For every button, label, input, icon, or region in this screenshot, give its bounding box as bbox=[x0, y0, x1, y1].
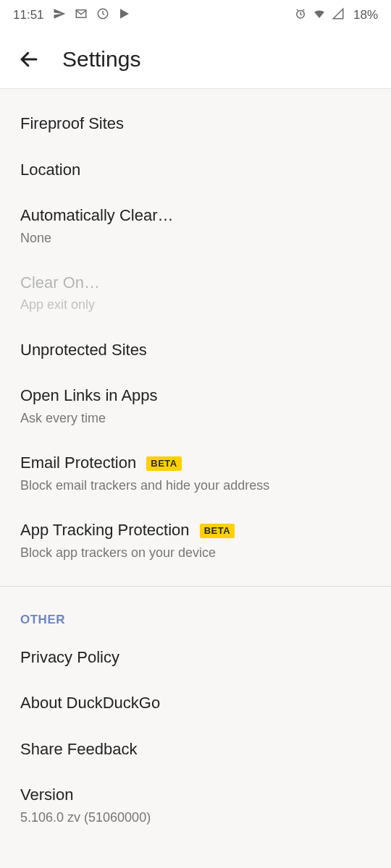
item-title: Version bbox=[20, 785, 371, 805]
mail-icon bbox=[75, 7, 88, 24]
item-subtitle: Ask every time bbox=[20, 410, 371, 427]
beta-badge: BETA bbox=[200, 524, 235, 538]
item-email-protection[interactable]: Email Protection BETA Block email tracke… bbox=[0, 440, 391, 507]
item-subtitle: Block email trackers and hide your addre… bbox=[20, 477, 371, 494]
status-left: 11:51 bbox=[13, 7, 131, 24]
item-share-feedback[interactable]: Share Feedback bbox=[0, 726, 391, 773]
status-time: 11:51 bbox=[13, 8, 44, 22]
alarm-icon bbox=[294, 7, 307, 24]
play-icon bbox=[118, 7, 131, 24]
wifi-icon bbox=[313, 7, 326, 24]
item-title: Share Feedback bbox=[20, 739, 371, 760]
page-title: Settings bbox=[62, 47, 140, 72]
back-button[interactable] bbox=[9, 39, 49, 80]
item-title: Location bbox=[20, 160, 371, 180]
item-title: Automatically Clear… bbox=[20, 205, 371, 226]
item-title: Open Links in Apps bbox=[20, 386, 371, 406]
item-title: Fireproof Sites bbox=[20, 114, 371, 134]
item-privacy-policy[interactable]: Privacy Policy bbox=[0, 634, 391, 681]
item-app-tracking-protection[interactable]: App Tracking Protection BETA Block app t… bbox=[0, 507, 391, 574]
arrow-left-icon bbox=[18, 48, 40, 70]
item-clear-on: Clear On… App exit only bbox=[0, 260, 391, 327]
update-icon bbox=[96, 7, 109, 24]
item-title: Clear On… bbox=[20, 273, 371, 293]
item-location[interactable]: Location bbox=[0, 147, 391, 193]
section-header-other: OTHER bbox=[0, 587, 391, 634]
item-title-text: Email Protection bbox=[20, 454, 136, 472]
item-title: Privacy Policy bbox=[20, 647, 371, 668]
item-subtitle: App exit only bbox=[20, 297, 371, 313]
beta-badge: BETA bbox=[146, 456, 181, 471]
item-fireproof-sites[interactable]: Fireproof Sites bbox=[0, 89, 391, 147]
item-open-links-in-apps[interactable]: Open Links in Apps Ask every time bbox=[0, 373, 391, 440]
item-automatically-clear[interactable]: Automatically Clear… None bbox=[0, 192, 391, 260]
status-battery: 18% bbox=[353, 8, 378, 22]
settings-list: Fireproof Sites Location Automatically C… bbox=[0, 88, 391, 868]
item-title: Email Protection BETA bbox=[20, 453, 371, 473]
item-title: App Tracking Protection BETA bbox=[20, 520, 371, 540]
signal-icon bbox=[332, 7, 345, 24]
item-subtitle: Block app trackers on your device bbox=[20, 545, 371, 561]
app-bar: Settings bbox=[0, 30, 391, 88]
item-about[interactable]: About DuckDuckGo bbox=[0, 680, 391, 726]
status-bar: 11:51 18% bbox=[0, 0, 391, 30]
item-unprotected-sites[interactable]: Unprotected Sites bbox=[0, 327, 391, 373]
item-version[interactable]: Version 5.106.0 zv (51060000) bbox=[0, 772, 391, 839]
item-subtitle: 5.106.0 zv (51060000) bbox=[20, 809, 371, 826]
item-title: Unprotected Sites bbox=[20, 340, 371, 360]
send-icon bbox=[53, 7, 66, 24]
item-title: About DuckDuckGo bbox=[20, 693, 371, 713]
item-subtitle: None bbox=[20, 230, 371, 247]
item-title-text: App Tracking Protection bbox=[20, 521, 190, 539]
status-right: 18% bbox=[294, 7, 378, 24]
